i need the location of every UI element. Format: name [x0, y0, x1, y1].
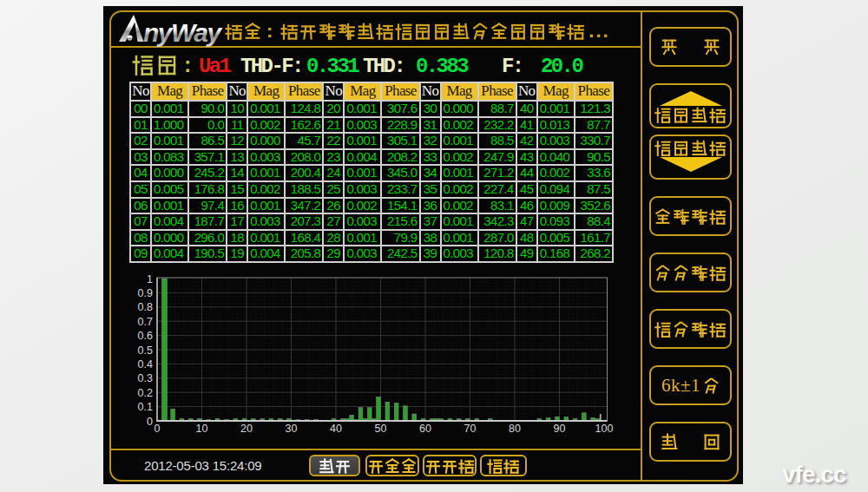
svg-text:80: 80 — [509, 423, 521, 435]
svg-text:0: 0 — [147, 416, 153, 428]
svg-text:0.4: 0.4 — [138, 358, 153, 371]
svg-text:0: 0 — [155, 423, 161, 435]
svg-text:1: 1 — [147, 273, 153, 285]
svg-text:70: 70 — [464, 423, 477, 435]
svg-text:90: 90 — [554, 423, 566, 435]
svg-text:0.9: 0.9 — [138, 287, 153, 299]
svg-text:10: 10 — [196, 423, 208, 435]
svg-text:0.2: 0.2 — [138, 387, 153, 399]
svg-text:0.6: 0.6 — [138, 330, 153, 342]
svg-text:20: 20 — [240, 423, 253, 435]
svg-text:50: 50 — [375, 423, 387, 435]
svg-text:0.8: 0.8 — [138, 301, 153, 313]
svg-text:0.7: 0.7 — [138, 316, 153, 328]
svg-text:100: 100 — [595, 423, 614, 435]
svg-text:30: 30 — [286, 423, 298, 435]
svg-text:nyWay: nyWay — [143, 18, 222, 47]
svg-text:40: 40 — [330, 423, 342, 435]
svg-text:0.5: 0.5 — [138, 344, 153, 357]
svg-text:60: 60 — [419, 423, 431, 435]
svg-text:0.1: 0.1 — [138, 401, 153, 413]
svg-text:0.3: 0.3 — [138, 372, 153, 384]
